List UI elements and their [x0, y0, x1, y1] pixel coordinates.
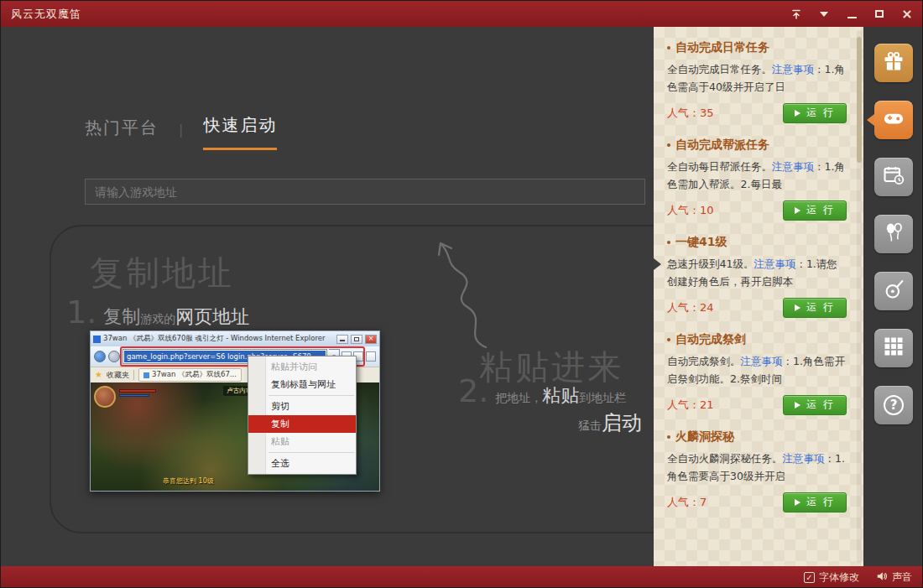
context-menu: 粘贴并访问 复制标题与网址 剪切 复制 粘贴 全选: [248, 356, 357, 475]
scrollbar-thumb[interactable]: [857, 37, 862, 163]
level-up-toast: 恭喜您达到 10级: [163, 476, 214, 486]
notice-link[interactable]: 注意事项: [741, 355, 783, 367]
titlebar: 风云无双魔笛 ×: [1, 1, 923, 27]
favorites-separator: [133, 370, 134, 380]
icon-rail: ?: [863, 27, 923, 566]
play-icon: [795, 499, 800, 506]
task-item: 自动完成帮派任务 全自动每日帮派任务。注意事项：1.角色需加入帮派。2.每日最 …: [667, 138, 847, 221]
bullet-icon: [667, 338, 670, 341]
browser-titlebar: 37wan 《武易》双线670服 魂引之灯 - Windows Internet…: [91, 331, 379, 346]
step2-number: 2.: [458, 372, 488, 409]
favorites-label: 收藏夹: [107, 370, 129, 381]
run-button[interactable]: 运 行: [783, 395, 847, 415]
events-button[interactable]: [874, 215, 913, 253]
app-window: 风云无双魔笛 × 热门平台 | 快速启动 复制地址 1. 复制: [0, 0, 923, 588]
bullet-icon: [667, 241, 670, 244]
skin-menu-icon[interactable]: [817, 8, 831, 21]
task-description: 全自动火麟洞探秘任务。注意事项：1.角色需要高于30级并开启: [667, 450, 847, 485]
tasks-scrollbar[interactable]: [857, 30, 862, 563]
quick-launch-panel: 热门平台 | 快速启动 复制地址 1. 复制 游戏的 网页地址: [1, 27, 654, 566]
close-button[interactable]: ×: [900, 8, 914, 21]
menu-separator: [269, 395, 354, 396]
app-body: 热门平台 | 快速启动 复制地址 1. 复制 游戏的 网页地址: [1, 27, 923, 566]
gamepad-icon: [882, 107, 905, 133]
notice-link[interactable]: 注意事项: [754, 258, 795, 270]
popularity: 人气：24: [667, 300, 714, 315]
gift-icon: [882, 49, 905, 76]
speaker-icon: [876, 570, 888, 585]
balloon-icon: [882, 221, 905, 247]
bullet-icon: [667, 46, 670, 49]
task-description: 全自动完成日常任务。注意事项：1.角色需高于40级并开启了日: [667, 60, 847, 96]
search-icon: [366, 351, 376, 362]
menu-item-select-all: 全选: [248, 455, 356, 472]
activity-icon: [882, 278, 905, 304]
window-controls: ×: [790, 8, 914, 21]
task-item: 自动完成日常任务 全自动完成日常任务。注意事项：1.角色需高于40级并开启了日 …: [667, 40, 847, 123]
scripts-panel: 自动完成日常任务 全自动完成日常任务。注意事项：1.角色需高于40级并开启了日 …: [654, 27, 863, 566]
scripts-button[interactable]: [874, 101, 913, 139]
gift-button[interactable]: [874, 44, 913, 82]
notice-link[interactable]: 注意事项: [772, 63, 814, 75]
step2-action: 猛击 启动: [578, 409, 642, 436]
minimize-button[interactable]: [845, 8, 858, 21]
menu-item-copy: 复制: [248, 415, 356, 433]
browser-close-icon: ×: [365, 335, 377, 344]
tab-separator: |: [179, 122, 183, 138]
font-check-icon: ✓: [804, 572, 815, 583]
tab-hot-platforms[interactable]: 热门平台: [85, 117, 159, 150]
menu-item-paste-and-go: 粘贴并访问: [248, 358, 356, 376]
run-button[interactable]: 运 行: [783, 492, 847, 513]
apps-button[interactable]: [874, 329, 913, 367]
browser-minimize-icon: [336, 335, 348, 344]
game-address-input[interactable]: [85, 179, 645, 205]
run-button[interactable]: 运 行: [783, 103, 847, 123]
active-task-marker: [654, 258, 661, 270]
hp-bar: [119, 389, 156, 393]
task-item: 一键41级 急速升级到41级。注意事项：1.请您创建好角色后，再开启脚本 人气：…: [667, 235, 847, 318]
task-title: 自动完成帮派任务: [675, 138, 769, 153]
bullet-icon: [667, 435, 670, 439]
popularity: 人气：10: [667, 203, 714, 218]
menu-separator: [269, 452, 354, 453]
popularity: 人气：35: [667, 106, 714, 121]
activity-button[interactable]: [874, 272, 913, 310]
step1-number: 1.: [66, 294, 96, 330]
play-icon: [795, 402, 800, 408]
task-title: 自动完成祭剑: [675, 332, 746, 347]
bullet-icon: [667, 143, 670, 147]
task-item: 火麟洞探秘 全自动火麟洞探秘任务。注意事项：1.角色需要高于30级并开启 人气：…: [667, 429, 847, 513]
browser-tab: 37wan 《武易》双线67...: [138, 368, 242, 382]
help-button[interactable]: ?: [874, 386, 913, 424]
notice-link[interactable]: 注意事项: [783, 452, 825, 465]
run-button[interactable]: 运 行: [783, 298, 847, 318]
step1-description: 1. 复制 游戏的 网页地址: [66, 294, 249, 330]
sound-toggle[interactable]: 声音: [876, 570, 912, 585]
tab-quick-launch[interactable]: 快速启动: [203, 114, 277, 150]
menu-item-cut: 剪切: [248, 398, 356, 415]
pin-top-icon[interactable]: [790, 8, 803, 21]
menu-item-paste: 粘贴: [248, 433, 356, 450]
popularity: 人气：21: [667, 398, 714, 413]
play-icon: [795, 207, 800, 214]
task-description: 全自动每日帮派任务。注意事项：1.角色需加入帮派。2.每日最: [667, 158, 847, 193]
schedule-button[interactable]: [874, 158, 913, 196]
mp-bar: [119, 394, 149, 397]
maximize-button[interactable]: [873, 8, 886, 21]
statusbar: ✓ 字体修改 声音: [1, 566, 923, 588]
forward-icon: [108, 351, 120, 362]
notice-link[interactable]: 注意事项: [772, 160, 814, 173]
font-settings[interactable]: ✓ 字体修改: [804, 570, 859, 585]
popularity: 人气：7: [667, 495, 707, 510]
task-description: 自动完成祭剑。注意事项：1.角色需开启祭剑功能。2.祭剑时间: [667, 352, 847, 388]
play-icon: [795, 110, 800, 117]
task-description: 急速升级到41级。注意事项：1.请您创建好角色后，再开启脚本: [667, 255, 847, 290]
browser-maximize-icon: [351, 335, 362, 344]
favorites-star-icon: ★: [95, 371, 102, 379]
step1-ghost-title: 复制地址: [90, 250, 234, 296]
step2-description: 2. 把地址， 粘贴 到地址栏: [458, 372, 626, 409]
run-button[interactable]: 运 行: [783, 200, 847, 221]
character-portrait: [94, 386, 116, 408]
back-icon: [94, 351, 106, 362]
task-title: 火麟洞探秘: [675, 429, 734, 445]
